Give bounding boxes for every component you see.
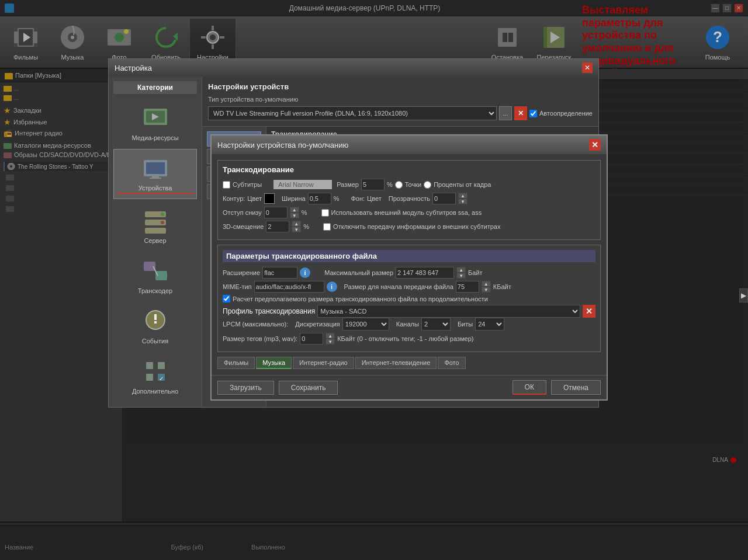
- svg-point-58: [161, 213, 164, 216]
- transfer-size-unit: КБайт: [493, 283, 511, 290]
- contour-label: Контур:: [223, 195, 245, 202]
- profile-delete-button[interactable]: ✕: [583, 305, 595, 318]
- contour-row: Контур: Цвет Ширина % Фон: Цвет Прозрачн…: [223, 193, 595, 204]
- max-size-spinner[interactable]: ▲▼: [456, 267, 466, 279]
- category-server[interactable]: Сервер: [113, 201, 197, 249]
- media-category-icon: [141, 104, 169, 132]
- external-sub-checkbox[interactable]: [321, 209, 329, 217]
- device-settings-title: Настройки устройств: [208, 82, 593, 91]
- spin-up4[interactable]: ▲: [456, 267, 466, 273]
- percent-radio[interactable]: [424, 181, 431, 189]
- transfer-size-input[interactable]: [456, 281, 479, 293]
- mime-input[interactable]: [254, 281, 324, 293]
- subtitles-label: Субтитры: [233, 181, 262, 188]
- points-radio[interactable]: [395, 181, 403, 189]
- category-devices[interactable]: Устройства: [113, 149, 197, 199]
- disable-ext-info-checkbox[interactable]: [323, 223, 331, 231]
- percent-label: Проценты от кадра: [434, 181, 491, 188]
- left-buttons: Загрузить Сохранить: [217, 381, 338, 395]
- films-tab[interactable]: Фильмы: [217, 357, 255, 369]
- categories-panel: Категории Медиа-ресурсы: [109, 76, 202, 407]
- server-label: Сервер: [144, 237, 166, 244]
- transparency-input[interactable]: [432, 193, 456, 204]
- tag-size-spinner[interactable]: ▲▼: [325, 333, 335, 345]
- contour-width-input[interactable]: [308, 193, 331, 204]
- cancel-button[interactable]: Отмена: [551, 380, 601, 395]
- svg-rect-63: [154, 314, 157, 320]
- ok-button[interactable]: ОК: [512, 380, 546, 395]
- save-button[interactable]: Сохранить: [279, 381, 338, 395]
- spin-down5[interactable]: ▼: [482, 287, 491, 293]
- internet-tv-tab[interactable]: Интернет-телевидение: [355, 357, 437, 369]
- bits-select[interactable]: 24: [475, 318, 504, 331]
- offset3d-input[interactable]: [266, 221, 289, 232]
- right-buttons: ОК Отмена: [512, 380, 601, 395]
- device-type-delete-button[interactable]: ✕: [514, 106, 527, 120]
- tag-size-input[interactable]: [300, 333, 323, 345]
- tag-size-label: Размер тегов (mp3, wav):: [223, 335, 297, 342]
- category-transcoder[interactable]: Транскодер: [113, 252, 197, 300]
- profile-select[interactable]: Музыка - SACD: [317, 305, 580, 318]
- transfer-size-spinner[interactable]: ▲▼: [482, 281, 491, 293]
- spin-down4[interactable]: ▼: [456, 273, 466, 279]
- indent-spinner[interactable]: ▲▼: [290, 207, 299, 218]
- load-button[interactable]: Загрузить: [217, 381, 274, 395]
- channels-label: Каналы: [396, 321, 419, 328]
- tag-size-unit: КБайт (0 - отключить теги; -1 - любой ра…: [337, 335, 473, 342]
- selected-indicator: [116, 193, 194, 194]
- photo-tab[interactable]: Фото: [438, 357, 465, 369]
- spin-up[interactable]: ▲: [458, 193, 468, 199]
- bits-label: Биты: [458, 321, 473, 328]
- svg-point-59: [161, 221, 164, 224]
- transparency-spinner[interactable]: ▲▼: [458, 193, 468, 204]
- subtitles-checkbox[interactable]: [223, 181, 230, 189]
- category-media[interactable]: Медиа-ресурсы: [113, 99, 197, 147]
- auto-detect-label: Автоопределение: [539, 110, 593, 117]
- auto-detect-checkbox[interactable]: [529, 110, 537, 117]
- device-type-select[interactable]: WD TV Live Streaming Full version Profil…: [208, 106, 497, 120]
- color-label2: Цвет: [367, 195, 382, 202]
- offset3d-spinner[interactable]: ▲▼: [292, 221, 301, 232]
- svg-rect-57: [145, 228, 166, 234]
- spin-up6[interactable]: ▲: [325, 333, 335, 339]
- extension-input[interactable]: [262, 267, 297, 279]
- spin-down[interactable]: ▼: [458, 199, 468, 204]
- tag-size-row: Размер тегов (mp3, wav): ▲▼ КБайт (0 - о…: [223, 333, 595, 345]
- transcoder-category-icon: [141, 257, 169, 285]
- devices-category-icon: [141, 154, 169, 182]
- spin-up2[interactable]: ▲: [290, 207, 299, 213]
- settings-close-button[interactable]: ✕: [582, 62, 593, 73]
- spin-up3[interactable]: ▲: [292, 221, 301, 227]
- indent-input[interactable]: [264, 207, 288, 218]
- spin-down6[interactable]: ▼: [325, 339, 335, 345]
- spin-down3[interactable]: ▼: [292, 227, 301, 232]
- points-label: Точки: [405, 181, 421, 188]
- spin-down2[interactable]: ▼: [290, 213, 299, 218]
- extension-row: Расширение i Максимальный размер ▲▼ Байт: [223, 267, 595, 279]
- device-dialog-close-button[interactable]: ✕: [589, 139, 601, 151]
- category-extra[interactable]: ✓ Дополнительно: [113, 352, 197, 400]
- max-size-label: Максимальный размер: [324, 269, 393, 276]
- svg-rect-66: [158, 362, 165, 369]
- channels-select[interactable]: 2: [421, 318, 451, 331]
- indent-row: Отступ снизу ▲▼ % Использовать внешний м…: [223, 207, 595, 218]
- profile-row: Профиль транскодирования Музыка - SACD ✕: [223, 305, 595, 318]
- svg-rect-52: [146, 162, 165, 174]
- font-size-input[interactable]: [361, 179, 385, 190]
- sampling-select[interactable]: 192000: [342, 318, 389, 331]
- svg-rect-64: [154, 321, 157, 324]
- extra-label: Дополнительно: [132, 388, 178, 395]
- internet-radio-tab[interactable]: Интернет-радио: [293, 357, 354, 369]
- extra-category-icon: ✓: [141, 357, 169, 385]
- contour-color-picker[interactable]: [264, 193, 275, 204]
- spin-up5[interactable]: ▲: [482, 281, 491, 287]
- category-events[interactable]: События: [113, 302, 197, 350]
- max-size-input[interactable]: [396, 267, 454, 279]
- font-display: Arial Narrow: [273, 180, 332, 189]
- settings-dialog-title: Настройка ✕: [109, 59, 598, 76]
- extension-info-button[interactable]: i: [300, 267, 310, 278]
- music-tab[interactable]: Музыка: [256, 357, 292, 369]
- device-type-open-button[interactable]: ...: [499, 106, 512, 120]
- calc-size-checkbox[interactable]: [223, 295, 230, 302]
- mime-info-button[interactable]: i: [327, 281, 337, 292]
